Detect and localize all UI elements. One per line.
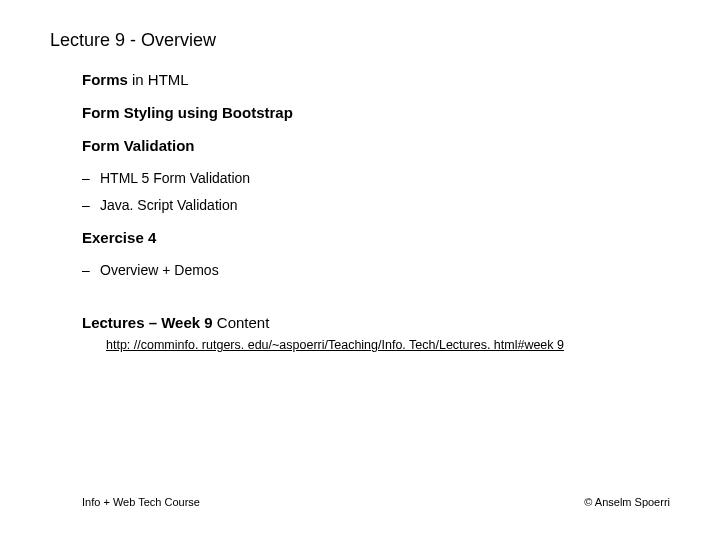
- topic-lectures-bold: Lectures – Week 9: [82, 314, 213, 331]
- footer-left: Info + Web Tech Course: [82, 496, 200, 508]
- list-item: Java. Script Validation: [100, 197, 670, 213]
- topic-forms: Forms in HTML: [82, 71, 670, 88]
- topic-lectures: Lectures – Week 9 Content: [82, 314, 670, 331]
- footer-right: © Anselm Spoerri: [584, 496, 670, 508]
- topic-validation: Form Validation: [82, 137, 670, 154]
- topic-forms-rest: in HTML: [128, 71, 189, 88]
- list-item: Overview + Demos: [100, 262, 670, 278]
- validation-bullets: HTML 5 Form Validation Java. Script Vali…: [82, 170, 670, 213]
- list-item: HTML 5 Form Validation: [100, 170, 670, 186]
- page-title: Lecture 9 - Overview: [50, 30, 670, 51]
- topic-exercise: Exercise 4: [82, 229, 670, 246]
- content-link[interactable]: http: //comminfo. rutgers. edu/~aspoerri…: [106, 338, 564, 352]
- exercise-bullets: Overview + Demos: [82, 262, 670, 278]
- topic-lectures-rest: Content: [213, 314, 270, 331]
- topic-styling: Form Styling using Bootstrap: [82, 104, 670, 121]
- topic-forms-bold: Forms: [82, 71, 128, 88]
